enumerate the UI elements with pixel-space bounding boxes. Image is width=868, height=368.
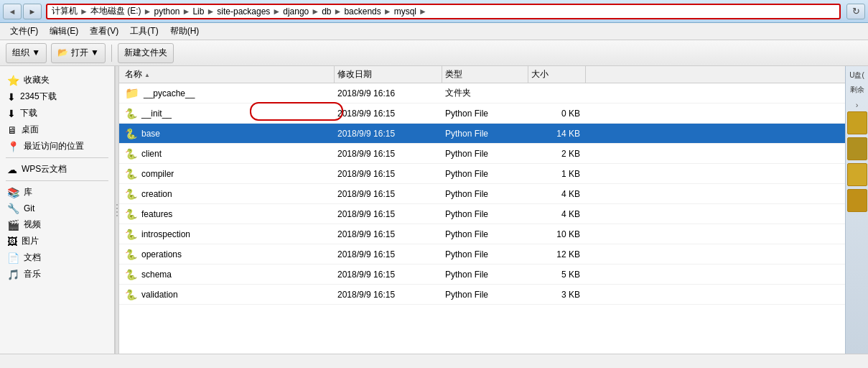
python-file-icon: 🐍 — [125, 148, 137, 160]
sidebar-item-library: 📚 库 — [0, 184, 114, 201]
sidebar-item-desktop[interactable]: 🖥 桌面 — [0, 121, 114, 138]
sidebar-divider-2 — [6, 180, 108, 181]
video-icon: 🎬 — [7, 219, 19, 231]
python-file-icon: 🐍 — [125, 208, 137, 220]
file-name: operations — [141, 249, 182, 259]
right-panel-expand[interactable]: › — [856, 101, 859, 109]
menu-file[interactable]: 文件(F) — [4, 24, 44, 39]
python-file-icon: 🐍 — [125, 289, 137, 300]
menu-help[interactable]: 帮助(H) — [164, 24, 205, 39]
file-size: 12 KB — [556, 249, 580, 259]
desktop-icon: 🖥 — [7, 124, 17, 136]
file-list-container: 名称 修改日期 类型 大小 📁 __pycache__ 2018/9/9 16:… — [119, 66, 845, 354]
sidebar-favorites-section: ⭐ 收藏夹 ⬇ 2345下载 ⬇ 下载 🖥 桌面 📍 最近访问的位置 — [0, 72, 114, 155]
path-lib: Lib — [192, 6, 204, 17]
file-name: __pycache__ — [144, 88, 195, 98]
status-bar — [0, 354, 868, 368]
table-row[interactable]: 🐍 creation 2018/9/9 16:15 Python File 4 … — [119, 184, 845, 204]
col-header-size[interactable]: 大小 — [528, 66, 586, 83]
file-size: 5 KB — [561, 270, 580, 280]
right-panel: U盘( 剩余 › — [845, 66, 868, 354]
file-type: Python File — [445, 229, 488, 239]
path-computer: 计算机 — [52, 5, 78, 17]
file-size: 1 KB — [561, 169, 580, 179]
table-row[interactable]: 🐍 operations 2018/9/9 16:15 Python File … — [119, 244, 845, 264]
file-list-header: 名称 修改日期 类型 大小 — [119, 66, 845, 83]
table-row[interactable]: 📁 __pycache__ 2018/9/9 16:16 文件夹 — [119, 83, 845, 104]
git-icon: 🔧 — [7, 203, 19, 214]
python-file-icon: 🐍 — [125, 108, 137, 119]
forward-button[interactable]: ► — [23, 4, 42, 19]
file-name: validation — [141, 290, 178, 300]
col-header-date[interactable]: 修改日期 — [335, 66, 442, 83]
menu-view[interactable]: 查看(V) — [84, 24, 124, 39]
right-panel-label: U盘( — [848, 69, 866, 82]
path-display: 计算机 ► 本地磁盘 (E:) ► python ► Lib ► site-pa… — [52, 5, 428, 17]
address-bar[interactable]: 计算机 ► 本地磁盘 (E:) ► python ► Lib ► site-pa… — [46, 4, 841, 19]
file-name: client — [141, 149, 162, 159]
table-row[interactable]: 🐍 client 2018/9/9 16:15 Python File 2 KB — [119, 144, 845, 164]
sidebar-music-label: 音乐 — [24, 268, 41, 280]
path-mysql: mysql — [394, 6, 416, 17]
open-button[interactable]: 📂 打开 ▼ — [51, 43, 106, 63]
sidebar-library-section: 📚 库 🔧 Git 🎬 视频 🖼 图片 📄 文档 🎵 音乐 — [0, 184, 114, 282]
usb-item-4[interactable] — [847, 189, 867, 212]
menu-edit[interactable]: 编辑(E) — [44, 24, 84, 39]
document-icon: 📄 — [7, 252, 19, 264]
table-row[interactable]: 🐍 compiler 2018/9/9 16:15 Python File 1 … — [119, 164, 845, 184]
file-size: 4 KB — [561, 189, 580, 199]
usb-item-1[interactable] — [847, 111, 867, 134]
path-sitepackages: site-packages — [217, 6, 270, 17]
file-name: base — [141, 129, 160, 139]
table-row[interactable]: 🐍 __init__ 2018/9/9 16:15 Python File 0 … — [119, 104, 845, 124]
sidebar-item-2345download[interactable]: ⬇ 2345下载 — [0, 88, 114, 105]
table-row[interactable]: 🐍 features 2018/9/9 16:15 Python File 4 … — [119, 204, 845, 224]
organize-button[interactable]: 组织 ▼ — [6, 43, 47, 63]
file-name: introspection — [141, 229, 190, 239]
title-bar: ◄ ► 计算机 ► 本地磁盘 (E:) ► python ► Lib ► sit… — [0, 0, 868, 23]
sidebar-git-label: Git — [24, 203, 34, 213]
menu-tools[interactable]: 工具(T) — [124, 24, 164, 39]
sidebar-item-video[interactable]: 🎬 视频 — [0, 216, 114, 233]
table-row[interactable]: 🐍 schema 2018/9/9 16:15 Python File 5 KB — [119, 264, 845, 285]
cloud-icon: ☁ — [7, 164, 17, 175]
sidebar-item-documents[interactable]: 📄 文档 — [0, 249, 114, 266]
table-row[interactable]: 🐍 validation 2018/9/9 16:15 Python File … — [119, 285, 845, 305]
usb-item-3[interactable] — [847, 163, 867, 186]
sidebar-item-download[interactable]: ⬇ 下载 — [0, 105, 114, 121]
star-icon: ⭐ — [7, 75, 19, 86]
menu-bar: 文件(F) 编辑(E) 查看(V) 工具(T) 帮助(H) — [0, 23, 868, 40]
col-header-name[interactable]: 名称 — [119, 66, 335, 83]
file-name: __init__ — [141, 109, 172, 119]
file-type: Python File — [445, 169, 488, 179]
music-icon: 🎵 — [7, 269, 19, 280]
table-row[interactable]: 🐍 base 2018/9/9 16:15 Python File 14 KB — [119, 124, 845, 144]
sort-indicator — [144, 71, 150, 78]
sidebar-wps-section: ☁ WPS云文档 — [0, 161, 114, 178]
file-date: 2018/9/9 16:15 — [337, 249, 395, 259]
file-type: Python File — [445, 249, 488, 259]
usb-item-2[interactable] — [847, 137, 867, 160]
sidebar-item-wps[interactable]: ☁ WPS云文档 — [0, 161, 114, 178]
back-button[interactable]: ◄ — [3, 4, 22, 19]
sidebar-pictures-label: 图片 — [22, 235, 39, 247]
pin-icon: 📍 — [7, 141, 19, 152]
download-icon: ⬇ — [7, 91, 16, 103]
sidebar-favorites-label: 收藏夹 — [24, 74, 50, 86]
refresh-button[interactable]: ↻ — [846, 4, 865, 19]
sidebar-item-music[interactable]: 🎵 音乐 — [0, 266, 114, 282]
sidebar-divider-1 — [6, 157, 108, 158]
sidebar: ⭐ 收藏夹 ⬇ 2345下载 ⬇ 下载 🖥 桌面 📍 最近访问的位置 — [0, 66, 115, 354]
file-name: creation — [141, 189, 172, 199]
sidebar-item-favorites: ⭐ 收藏夹 — [0, 72, 114, 88]
file-type: 文件夹 — [445, 88, 471, 98]
sidebar-item-git[interactable]: 🔧 Git — [0, 201, 114, 216]
file-date: 2018/9/9 16:15 — [337, 270, 395, 280]
col-header-type[interactable]: 类型 — [442, 66, 528, 83]
sidebar-item-pictures[interactable]: 🖼 图片 — [0, 233, 114, 249]
file-size: 2 KB — [561, 149, 580, 159]
file-date: 2018/9/9 16:15 — [337, 109, 395, 119]
table-row[interactable]: 🐍 introspection 2018/9/9 16:15 Python Fi… — [119, 224, 845, 244]
sidebar-item-recent[interactable]: 📍 最近访问的位置 — [0, 138, 114, 155]
new-folder-button[interactable]: 新建文件夹 — [118, 43, 174, 63]
